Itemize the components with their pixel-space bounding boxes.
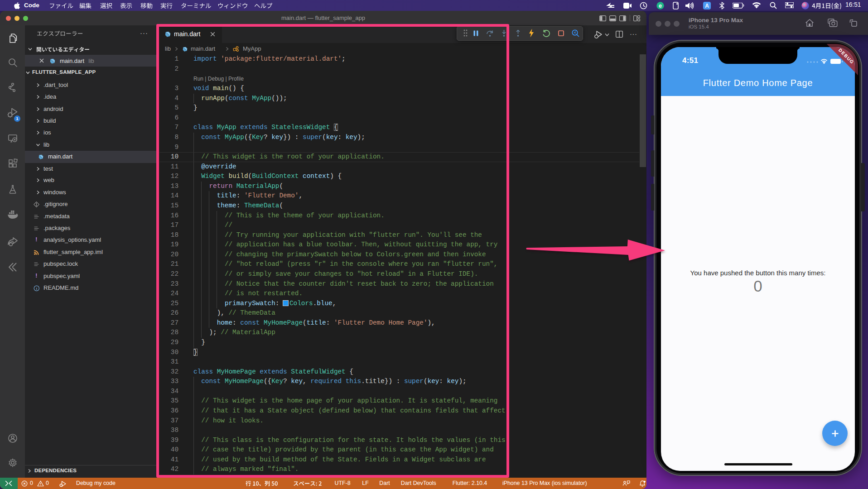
svg-text:A: A bbox=[705, 3, 709, 9]
svg-text:e: e bbox=[659, 3, 662, 9]
